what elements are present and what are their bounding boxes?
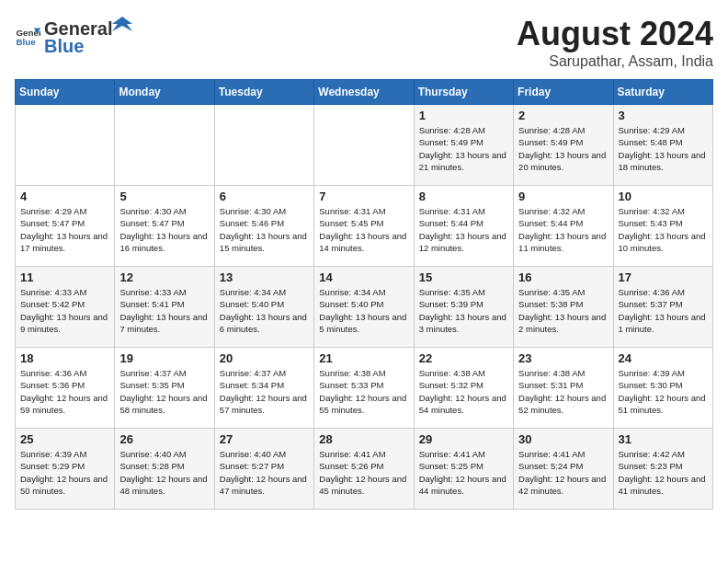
calendar-cell: 27Sunrise: 4:40 AM Sunset: 5:27 PM Dayli… — [214, 429, 313, 510]
calendar-cell: 5Sunrise: 4:30 AM Sunset: 5:47 PM Daylig… — [115, 186, 214, 267]
day-number: 18 — [20, 351, 109, 365]
calendar-cell: 23Sunrise: 4:38 AM Sunset: 5:31 PM Dayli… — [514, 348, 613, 429]
title-area: August 2024 Sarupathar, Assam, India — [517, 15, 713, 70]
day-number: 9 — [518, 190, 608, 203]
day-number: 14 — [319, 270, 408, 284]
day-info: Sunrise: 4:37 AM Sunset: 5:35 PM Dayligh… — [119, 367, 209, 416]
calendar-cell: 13Sunrise: 4:34 AM Sunset: 5:40 PM Dayli… — [214, 267, 313, 348]
day-info: Sunrise: 4:35 AM Sunset: 5:38 PM Dayligh… — [518, 286, 608, 335]
day-number: 1 — [419, 109, 508, 122]
weekday-header-friday: Friday — [514, 80, 613, 105]
day-number: 10 — [619, 190, 708, 203]
calendar-cell — [115, 105, 214, 186]
calendar-cell: 18Sunrise: 4:36 AM Sunset: 5:36 PM Dayli… — [16, 348, 115, 429]
day-info: Sunrise: 4:34 AM Sunset: 5:40 PM Dayligh… — [319, 286, 408, 335]
day-number: 8 — [419, 190, 508, 203]
calendar-cell: 25Sunrise: 4:39 AM Sunset: 5:29 PM Dayli… — [16, 429, 115, 510]
day-number: 25 — [20, 432, 109, 446]
day-info: Sunrise: 4:30 AM Sunset: 5:46 PM Dayligh… — [220, 205, 309, 254]
calendar-cell: 10Sunrise: 4:32 AM Sunset: 5:43 PM Dayli… — [613, 186, 712, 267]
weekday-header-wednesday: Wednesday — [314, 80, 414, 105]
day-info: Sunrise: 4:32 AM Sunset: 5:44 PM Dayligh… — [518, 205, 608, 254]
calendar-cell: 26Sunrise: 4:40 AM Sunset: 5:28 PM Dayli… — [115, 429, 214, 510]
day-number: 2 — [518, 109, 608, 122]
calendar-cell: 12Sunrise: 4:33 AM Sunset: 5:41 PM Dayli… — [115, 267, 214, 348]
day-number: 3 — [619, 109, 708, 122]
page-header: General Blue General Blue August 2024 Sa… — [15, 15, 713, 70]
day-info: Sunrise: 4:31 AM Sunset: 5:44 PM Dayligh… — [419, 205, 508, 254]
calendar-cell: 28Sunrise: 4:41 AM Sunset: 5:26 PM Dayli… — [314, 429, 414, 510]
day-number: 30 — [518, 432, 608, 446]
calendar-cell — [214, 105, 313, 186]
calendar-cell: 2Sunrise: 4:28 AM Sunset: 5:49 PM Daylig… — [514, 105, 613, 186]
day-number: 21 — [319, 351, 408, 365]
calendar-cell: 31Sunrise: 4:42 AM Sunset: 5:23 PM Dayli… — [613, 429, 712, 510]
calendar-cell: 14Sunrise: 4:34 AM Sunset: 5:40 PM Dayli… — [314, 267, 414, 348]
calendar-cell: 24Sunrise: 4:39 AM Sunset: 5:30 PM Dayli… — [613, 348, 712, 429]
day-number: 31 — [619, 432, 708, 446]
day-number: 6 — [220, 190, 309, 203]
weekday-header-thursday: Thursday — [414, 80, 513, 105]
day-info: Sunrise: 4:41 AM Sunset: 5:25 PM Dayligh… — [419, 448, 508, 497]
day-number: 17 — [619, 270, 708, 284]
calendar-cell: 8Sunrise: 4:31 AM Sunset: 5:44 PM Daylig… — [414, 186, 513, 267]
logo-icon: General Blue — [15, 23, 40, 49]
day-number: 28 — [319, 432, 408, 446]
day-number: 24 — [619, 351, 708, 365]
calendar-cell: 29Sunrise: 4:41 AM Sunset: 5:25 PM Dayli… — [414, 429, 513, 510]
day-info: Sunrise: 4:38 AM Sunset: 5:33 PM Dayligh… — [319, 367, 408, 416]
calendar-cell: 22Sunrise: 4:38 AM Sunset: 5:32 PM Dayli… — [414, 348, 513, 429]
day-info: Sunrise: 4:39 AM Sunset: 5:29 PM Dayligh… — [20, 448, 109, 497]
calendar-table: SundayMondayTuesdayWednesdayThursdayFrid… — [15, 79, 713, 510]
calendar-week-row: 1Sunrise: 4:28 AM Sunset: 5:49 PM Daylig… — [16, 105, 713, 186]
calendar-cell — [16, 105, 115, 186]
day-info: Sunrise: 4:33 AM Sunset: 5:42 PM Dayligh… — [20, 286, 109, 335]
day-info: Sunrise: 4:36 AM Sunset: 5:37 PM Dayligh… — [619, 286, 708, 335]
day-info: Sunrise: 4:40 AM Sunset: 5:27 PM Dayligh… — [220, 448, 309, 497]
day-number: 20 — [220, 351, 309, 365]
day-info: Sunrise: 4:42 AM Sunset: 5:23 PM Dayligh… — [619, 448, 708, 497]
calendar-cell: 16Sunrise: 4:35 AM Sunset: 5:38 PM Dayli… — [514, 267, 613, 348]
month-title: August 2024 — [517, 15, 713, 53]
day-info: Sunrise: 4:29 AM Sunset: 5:48 PM Dayligh… — [619, 124, 708, 173]
calendar-cell: 9Sunrise: 4:32 AM Sunset: 5:44 PM Daylig… — [514, 186, 613, 267]
day-info: Sunrise: 4:31 AM Sunset: 5:45 PM Dayligh… — [319, 205, 408, 254]
day-number: 13 — [220, 270, 309, 284]
calendar-cell: 30Sunrise: 4:41 AM Sunset: 5:24 PM Dayli… — [514, 429, 613, 510]
calendar-cell: 15Sunrise: 4:35 AM Sunset: 5:39 PM Dayli… — [414, 267, 513, 348]
calendar-cell: 1Sunrise: 4:28 AM Sunset: 5:49 PM Daylig… — [414, 105, 513, 186]
day-info: Sunrise: 4:36 AM Sunset: 5:36 PM Dayligh… — [20, 367, 109, 416]
day-number: 26 — [119, 432, 209, 446]
calendar-cell: 3Sunrise: 4:29 AM Sunset: 5:48 PM Daylig… — [613, 105, 712, 186]
calendar-cell: 17Sunrise: 4:36 AM Sunset: 5:37 PM Dayli… — [613, 267, 712, 348]
day-info: Sunrise: 4:34 AM Sunset: 5:40 PM Dayligh… — [220, 286, 309, 335]
day-info: Sunrise: 4:28 AM Sunset: 5:49 PM Dayligh… — [518, 124, 608, 173]
day-number: 15 — [419, 270, 508, 284]
day-info: Sunrise: 4:33 AM Sunset: 5:41 PM Dayligh… — [119, 286, 209, 335]
day-number: 23 — [518, 351, 608, 365]
svg-text:Blue: Blue — [16, 37, 36, 47]
weekday-header-monday: Monday — [115, 80, 214, 105]
day-number: 11 — [20, 270, 109, 284]
calendar-cell: 6Sunrise: 4:30 AM Sunset: 5:46 PM Daylig… — [214, 186, 313, 267]
calendar-cell: 21Sunrise: 4:38 AM Sunset: 5:33 PM Dayli… — [314, 348, 414, 429]
day-info: Sunrise: 4:30 AM Sunset: 5:47 PM Dayligh… — [119, 205, 209, 254]
logo: General Blue General Blue — [15, 15, 132, 57]
day-number: 5 — [119, 190, 209, 203]
calendar-cell: 11Sunrise: 4:33 AM Sunset: 5:42 PM Dayli… — [16, 267, 115, 348]
calendar-cell: 7Sunrise: 4:31 AM Sunset: 5:45 PM Daylig… — [314, 186, 414, 267]
day-number: 12 — [119, 270, 209, 284]
calendar-header-row: SundayMondayTuesdayWednesdayThursdayFrid… — [16, 80, 713, 105]
day-info: Sunrise: 4:28 AM Sunset: 5:49 PM Dayligh… — [419, 124, 508, 173]
calendar-cell: 4Sunrise: 4:29 AM Sunset: 5:47 PM Daylig… — [16, 186, 115, 267]
calendar-week-row: 4Sunrise: 4:29 AM Sunset: 5:47 PM Daylig… — [16, 186, 713, 267]
day-number: 7 — [319, 190, 408, 203]
calendar-cell: 20Sunrise: 4:37 AM Sunset: 5:34 PM Dayli… — [214, 348, 313, 429]
weekday-header-saturday: Saturday — [613, 80, 712, 105]
day-number: 4 — [20, 190, 109, 203]
calendar-week-row: 25Sunrise: 4:39 AM Sunset: 5:29 PM Dayli… — [16, 429, 713, 510]
weekday-header-tuesday: Tuesday — [214, 80, 313, 105]
location-title: Sarupathar, Assam, India — [517, 53, 713, 70]
day-info: Sunrise: 4:29 AM Sunset: 5:47 PM Dayligh… — [20, 205, 109, 254]
day-number: 19 — [119, 351, 209, 365]
